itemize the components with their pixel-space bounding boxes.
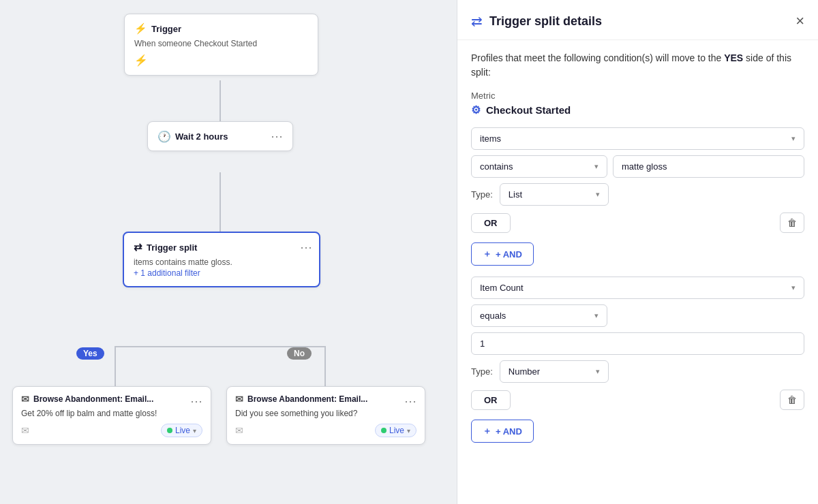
- trigger-icon: ⚡: [134, 22, 147, 35]
- metric-value: ⚙ Checkout Started: [471, 104, 804, 116]
- metric-label: Metric: [471, 91, 804, 101]
- email-left-more-button[interactable]: ⋯: [190, 394, 202, 409]
- filter2-type-value: Number: [509, 366, 540, 377]
- filter-1: items ▾ contains ▾ Type: List ▾ OR: [471, 127, 804, 233]
- trigger-sub: When someone Checkout Started: [134, 39, 308, 48]
- filter1-value-input[interactable]: [613, 155, 804, 178]
- email-right-live-badge[interactable]: Live ▾: [375, 424, 416, 437]
- panel-info-text: Profiles that meet the following conditi…: [471, 51, 804, 80]
- and-plus-icon-1: ＋: [483, 248, 491, 260]
- split-additional-filter: + 1 additional filter: [134, 268, 309, 278]
- filter2-operator-select[interactable]: equals ▾: [471, 304, 607, 327]
- filter1-type-row: Type: List ▾: [471, 183, 804, 206]
- filter-2: Item Count ▾ equals ▾ Type: Number ▾ OR: [471, 277, 804, 410]
- filter1-operator-select[interactable]: contains ▾: [471, 155, 607, 178]
- filter1-or-button[interactable]: OR: [471, 213, 511, 233]
- filter2-type-row: Type: Number ▾: [471, 360, 804, 383]
- filter2-field-chevron: ▾: [791, 283, 796, 292]
- filter1-delete-button[interactable]: 🗑: [780, 212, 804, 233]
- and-label-1: + AND: [496, 249, 522, 259]
- filter1-type-label: Type:: [471, 189, 493, 200]
- live-chevron-left: ▾: [193, 427, 196, 435]
- email-right-live-label: Live: [389, 426, 404, 435]
- email-right-footer-icon: ✉: [235, 425, 243, 436]
- email-left-icon: ✉: [21, 394, 29, 405]
- filter1-field-row: items ▾: [471, 127, 804, 150]
- filter1-field-value: items: [480, 133, 501, 144]
- filter2-type-label: Type:: [471, 366, 493, 377]
- and-button-1[interactable]: ＋ + AND: [471, 242, 534, 266]
- close-button[interactable]: ×: [796, 12, 804, 30]
- filter2-or-button[interactable]: OR: [471, 390, 511, 410]
- split-icon: ⇄: [134, 241, 142, 253]
- email-left-footer-icon: ✉: [21, 425, 29, 436]
- trigger-split-panel: ⇄ Trigger split details × Profiles that …: [457, 0, 818, 504]
- filter2-field-row: Item Count ▾: [471, 277, 804, 299]
- filter1-type-select[interactable]: List ▾: [500, 183, 609, 206]
- filter2-field-select[interactable]: Item Count ▾: [471, 277, 804, 299]
- email-right-label: Browse Abandonment: Email...: [247, 394, 367, 404]
- split-more-button[interactable]: ⋯: [300, 240, 312, 255]
- trigger-label: Trigger: [151, 24, 181, 34]
- filter2-operator-chevron: ▾: [594, 311, 599, 320]
- email-left-sub: Get 20% off lip balm and matte gloss!: [21, 409, 202, 418]
- filter1-operator-value: contains: [480, 161, 513, 172]
- email-right-icon: ✉: [235, 394, 243, 405]
- filter1-action-row: OR 🗑: [471, 212, 804, 233]
- trigger-footer-icon: ⚡: [134, 54, 308, 67]
- email-left-label: Browse Abandonment: Email...: [33, 394, 153, 404]
- no-badge: No: [287, 347, 312, 360]
- filter2-value-input[interactable]: [471, 332, 804, 355]
- email-right-sub: Did you see something you liked?: [235, 409, 416, 418]
- live-dot-left: [167, 428, 172, 433]
- email-left-live-badge[interactable]: Live ▾: [161, 424, 202, 437]
- split-node: ⇄ Trigger split items contains matte glo…: [123, 232, 320, 287]
- filter1-type-chevron: ▾: [596, 190, 600, 199]
- filter2-field-value: Item Count: [480, 283, 524, 293]
- filter2-operator-row: equals ▾: [471, 304, 804, 327]
- filter1-operator-chevron: ▾: [594, 162, 599, 171]
- email-node-right: ✉ Browse Abandonment: Email... ⋯ Did you…: [226, 386, 425, 445]
- live-dot-right: [381, 428, 387, 433]
- and-label-2: + AND: [496, 426, 522, 437]
- filter2-type-select[interactable]: Number ▾: [500, 360, 609, 383]
- connector-line-1: [219, 80, 221, 123]
- and-plus-icon-2: ＋: [483, 425, 491, 437]
- wait-more-button[interactable]: ⋯: [271, 129, 283, 144]
- panel-body: Profiles that meet the following conditi…: [457, 40, 818, 504]
- filter2-type-chevron: ▾: [596, 367, 600, 376]
- panel-header: ⇄ Trigger split details ×: [457, 0, 818, 40]
- left-branch-line: [115, 347, 116, 386]
- metric-value-text: Checkout Started: [486, 104, 571, 116]
- email-node-left: ✉ Browse Abandonment: Email... ⋯ Get 20%…: [12, 386, 211, 445]
- and-button-2[interactable]: ＋ + AND: [471, 420, 534, 443]
- email-left-live-label: Live: [175, 426, 190, 435]
- filter1-type-value: List: [509, 189, 522, 200]
- live-chevron-right: ▾: [407, 427, 410, 435]
- email-right-more-button[interactable]: ⋯: [404, 394, 416, 409]
- filter2-operator-value: equals: [480, 311, 506, 321]
- yes-badge: Yes: [76, 347, 104, 360]
- split-line1: items contains matte gloss.: [134, 257, 309, 267]
- wait-clock-icon: 🕐: [157, 130, 171, 143]
- connector-line-2: [219, 172, 221, 232]
- trigger-node: ⚡ Trigger When someone Checkout Started …: [124, 14, 318, 76]
- filter2-delete-button[interactable]: 🗑: [780, 390, 804, 410]
- split-label: Trigger split: [147, 242, 197, 253]
- filter2-action-row: OR 🗑: [471, 390, 804, 410]
- filter1-field-select[interactable]: items ▾: [471, 127, 804, 150]
- filter1-field-chevron: ▾: [791, 134, 796, 143]
- workflow-canvas: ⚡ Trigger When someone Checkout Started …: [0, 0, 457, 504]
- filter1-operator-row: contains ▾: [471, 155, 804, 178]
- metric-gear-icon: ⚙: [471, 104, 481, 116]
- right-branch-line: [324, 347, 326, 386]
- yes-text: YES: [724, 52, 743, 63]
- panel-title: Trigger split details: [489, 14, 789, 29]
- wait-label: Wait 2 hours: [175, 131, 228, 142]
- wait-node: 🕐 Wait 2 hours ⋯: [147, 121, 293, 151]
- panel-header-icon: ⇄: [471, 13, 483, 29]
